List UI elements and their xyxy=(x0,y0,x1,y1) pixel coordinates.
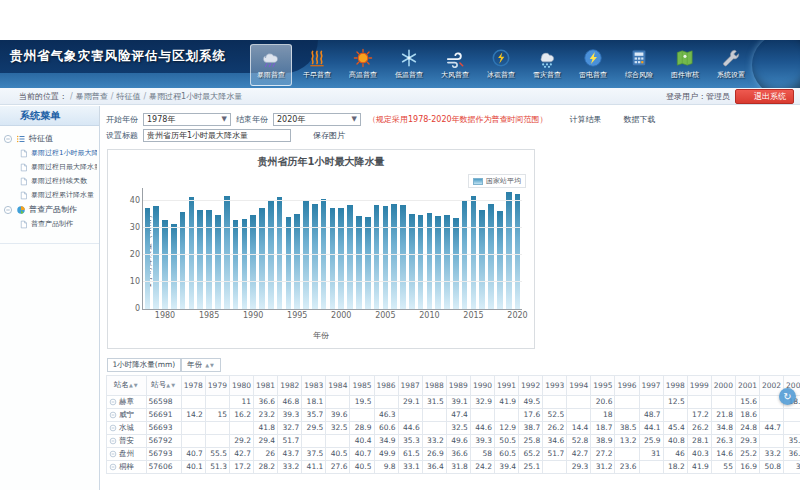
year-column-header[interactable]: 1997 xyxy=(639,375,663,395)
year-column-header[interactable]: 1990 xyxy=(470,375,494,395)
year-column-header[interactable]: 1998 xyxy=(663,375,687,395)
legend-swatch xyxy=(473,178,483,185)
table-row[interactable]: 威宁 5669114.21516.223.239.335.739.646.347… xyxy=(107,408,800,421)
data-download-button[interactable]: 数据下载 xyxy=(612,114,656,125)
nav-item-hail[interactable]: 冰雹普查 xyxy=(480,44,522,86)
bar xyxy=(189,197,195,309)
nav-item-low-temp[interactable]: 低温普查 xyxy=(388,44,430,86)
value-cell: 33.2 xyxy=(760,447,784,460)
year-column-header[interactable]: 1995 xyxy=(591,375,615,395)
value-cell: 51.7 xyxy=(278,434,302,447)
nav-item-wind[interactable]: 大风普查 xyxy=(434,44,476,86)
x-tick-label: 2000 xyxy=(331,311,351,320)
year-column-header[interactable]: 1989 xyxy=(446,375,470,395)
nav-item-settings[interactable]: 系统设置 xyxy=(710,44,752,86)
year-column-header[interactable]: 1992 xyxy=(519,375,543,395)
value-cell: 12.5 xyxy=(663,395,687,408)
nav-item-map-review[interactable]: 图件审核 xyxy=(664,44,706,86)
year-column-header[interactable]: 1986 xyxy=(374,375,398,395)
value-cell: 25.2 xyxy=(735,447,759,460)
breadcrumb-item[interactable]: 暴雨过程1小时最大降水量 xyxy=(149,91,242,102)
year-column-header[interactable]: 1988 xyxy=(422,375,446,395)
nav-item-snow[interactable]: 雪灾普查 xyxy=(526,44,568,86)
bar-slot xyxy=(451,188,460,309)
value-cell: 29.3 xyxy=(567,460,591,473)
year-column-header[interactable]: 1991 xyxy=(494,375,518,395)
station-id-header[interactable]: 站号▲▼ xyxy=(146,375,181,395)
value-cell: 35.7 xyxy=(784,434,800,447)
nav-item-rainstorm[interactable]: 暴雨普查 xyxy=(250,44,292,86)
breadcrumb-item[interactable]: 暴雨普查 xyxy=(76,91,108,102)
value-cell xyxy=(543,460,567,473)
year-column-header[interactable]: 1981 xyxy=(254,375,278,395)
year-column-header[interactable]: 2001 xyxy=(735,375,759,395)
year-column-header[interactable]: 1996 xyxy=(615,375,639,395)
year-column-header[interactable]: 1978 xyxy=(181,375,205,395)
bar xyxy=(488,204,494,309)
year-column-header[interactable]: 1980 xyxy=(229,375,253,395)
start-year-select[interactable]: 1978年 ▼ xyxy=(143,113,231,126)
nav-item-drought[interactable]: 干旱普查 xyxy=(296,44,338,86)
station-name-header[interactable]: 站名▲▼ xyxy=(107,375,147,395)
year-column-header[interactable]: 1987 xyxy=(398,375,422,395)
bar xyxy=(435,216,441,309)
calc-result-button[interactable]: 计算结果 xyxy=(558,114,602,125)
table-row[interactable]: 普安 5679229.229.451.740.434.935.333.249.6… xyxy=(107,434,800,447)
value-cell xyxy=(663,408,687,421)
bar xyxy=(294,214,300,309)
range-note: （规定采用1978-2020年数据作为普查时间范围） xyxy=(368,114,548,125)
tree-group[interactable]: 特征值 xyxy=(3,131,97,146)
sidebar-header: 系统菜单 xyxy=(0,106,99,126)
chart-title-input[interactable] xyxy=(143,129,291,142)
year-column-header[interactable]: 1999 xyxy=(687,375,711,395)
nav-item-label: 雷电普查 xyxy=(579,70,607,80)
table-row[interactable]: 盘州 5679340.755.542.72643.737.540.540.749… xyxy=(107,447,800,460)
breadcrumb-item[interactable]: 特征值 xyxy=(116,91,140,102)
value-cell xyxy=(326,395,350,408)
table-head: 1小时降水量(mm) 年份▲▼ 站名▲▼ 站号▲▼197819791980198… xyxy=(107,358,800,395)
year-column-header[interactable]: 1985 xyxy=(350,375,374,395)
year-column-header[interactable]: 1994 xyxy=(567,375,591,395)
tree-item[interactable]: 普查产品制作 xyxy=(3,217,97,231)
table-row[interactable]: 桐梓 5760640.151.317.228.233.241.127.640.5… xyxy=(107,460,800,473)
year-column-header[interactable]: 1979 xyxy=(205,375,229,395)
tree-item[interactable]: 暴雨过程持续天数 xyxy=(3,174,97,188)
year-column-header[interactable]: 1983 xyxy=(302,375,326,395)
year-sort-header[interactable]: 年份▲▼ xyxy=(181,358,221,372)
chart-legend[interactable]: 国家站平均 xyxy=(468,174,526,188)
nav-item-risk[interactable]: 综合风险 xyxy=(618,44,660,86)
nav-item-lightning[interactable]: 雷电普查 xyxy=(572,44,614,86)
station-id: 56693 xyxy=(146,421,181,434)
year-column-header[interactable]: 1984 xyxy=(326,375,350,395)
end-year-select[interactable]: 2020年 ▼ xyxy=(273,113,361,126)
toggle-icon xyxy=(109,424,117,432)
bar xyxy=(383,206,389,309)
tree-item[interactable]: 暴雨过程日最大降水量 xyxy=(3,160,97,174)
logout-button[interactable]: 退出系统 xyxy=(735,89,794,104)
table-row[interactable]: 水城 5669341.832.729.532.528.960.644.632.5… xyxy=(107,421,800,434)
value-cell: 18.6 xyxy=(735,408,759,421)
value-cell: 23.2 xyxy=(254,408,278,421)
year-column-header[interactable]: 1982 xyxy=(278,375,302,395)
bar-slot xyxy=(266,188,275,309)
table-row[interactable]: 赫章 565981136.646.818.119.529.131.539.132… xyxy=(107,395,800,408)
save-disk-icon xyxy=(612,114,622,124)
nav-item-label: 冰雹普查 xyxy=(487,70,515,80)
tree-group[interactable]: 普查产品制作 xyxy=(3,202,97,217)
year-column-header[interactable]: 1993 xyxy=(543,375,567,395)
value-cell: 14.2 xyxy=(181,408,205,421)
measure-selector[interactable]: 1小时降水量(mm) xyxy=(107,358,182,372)
value-cell: 49.5 xyxy=(519,395,543,408)
value-cell: 41.8 xyxy=(254,421,278,434)
query-form-row-2: 设置标题 保存图片 xyxy=(106,127,800,143)
tree-item[interactable]: 暴雨过程累计降水量 xyxy=(3,188,97,202)
refresh-float-icon[interactable]: ↻ xyxy=(779,388,796,405)
year-column-header[interactable]: 2000 xyxy=(711,375,735,395)
station-name: 赫章 xyxy=(119,397,134,407)
nav-item-high-temp[interactable]: 高温普查 xyxy=(342,44,384,86)
tree-item[interactable]: 暴雨过程1小时最大降水量 xyxy=(3,146,97,160)
bar-slot xyxy=(222,188,231,309)
save-image-button[interactable]: 保存图片 xyxy=(301,130,345,141)
y-tick-label: 20 xyxy=(130,250,140,259)
nav-item-label: 图件审核 xyxy=(671,70,699,80)
